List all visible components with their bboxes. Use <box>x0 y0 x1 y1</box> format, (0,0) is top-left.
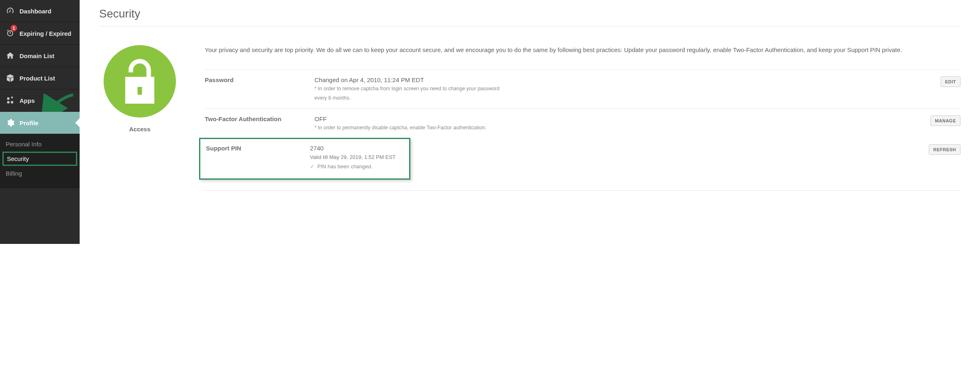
main-content: Security Access Your privacy and securit… <box>80 0 980 244</box>
unlock-icon <box>123 59 157 104</box>
expiring-badge: 1 <box>11 25 17 31</box>
support-pin-changed-text: PIN has been changed. <box>317 163 373 170</box>
access-section: Access Your privacy and security are top… <box>99 45 960 191</box>
password-note-2: every 6 months. <box>314 94 916 102</box>
row-action: REFRESH <box>916 138 960 155</box>
box-icon <box>6 74 15 83</box>
intro-text: Your privacy and security are top priori… <box>205 45 960 55</box>
row-value: 2740 Valid till May 29, 2019, 1:52 PM ES… <box>310 145 404 170</box>
divider <box>205 190 960 191</box>
apps-icon <box>6 96 15 105</box>
gear-icon <box>6 118 15 127</box>
sidebar-item-product-list[interactable]: Product List <box>0 67 80 89</box>
row-label: Password <box>205 76 314 83</box>
subnav-label: Personal Info <box>6 141 41 148</box>
sidebar: Dashboard Expiring / Expired 1 Domain Li… <box>0 0 80 244</box>
section-icon-column: Access <box>99 45 180 191</box>
support-pin-validity: Valid till May 29, 2019, 1:52 PM EST <box>310 154 404 160</box>
profile-subnav: Personal Info Security Billing <box>0 134 80 188</box>
section-body: Your privacy and security are top priori… <box>205 45 960 191</box>
subnav-personal-info[interactable]: Personal Info <box>0 137 80 152</box>
home-icon <box>6 51 15 60</box>
sidebar-item-expiring[interactable]: Expiring / Expired 1 <box>0 22 80 45</box>
subnav-label: Security <box>7 155 29 162</box>
subnav-label: Billing <box>6 170 22 177</box>
twofa-note: * In order to permanently disable captch… <box>314 124 916 132</box>
sidebar-item-label: Product List <box>20 75 55 82</box>
sidebar-item-dashboard[interactable]: Dashboard <box>0 0 80 22</box>
svg-rect-0 <box>138 87 142 95</box>
support-pin-changed: ✓PIN has been changed. <box>310 163 404 170</box>
sidebar-item-label: Apps <box>20 97 35 104</box>
subnav-security[interactable]: Security <box>2 152 77 166</box>
sidebar-item-label: Domain List <box>20 52 54 59</box>
edit-button[interactable]: EDIT <box>941 76 960 87</box>
section-label: Access <box>129 126 151 133</box>
manage-button[interactable]: MANAGE <box>930 115 960 126</box>
row-value: Changed on Apr 4, 2010, 11:24 PM EDT * I… <box>314 76 916 102</box>
row-twofa: Two-Factor Authentication OFF * In order… <box>205 109 960 138</box>
sidebar-item-label: Dashboard <box>20 8 51 15</box>
sidebar-item-label: Profile <box>20 120 39 126</box>
lock-circle <box>104 45 176 117</box>
row-support-pin: Support PIN 2740 Valid till May 29, 2019… <box>199 138 410 180</box>
row-password: Password Changed on Apr 4, 2010, 11:24 P… <box>205 70 960 109</box>
refresh-button[interactable]: REFRESH <box>929 144 960 155</box>
subnav-billing[interactable]: Billing <box>0 166 80 181</box>
row-action: MANAGE <box>916 115 960 126</box>
sidebar-item-label: Expiring / Expired <box>20 30 72 37</box>
row-value: OFF * In order to permanently disable ca… <box>314 115 916 132</box>
row-label: Two-Factor Authentication <box>205 115 314 122</box>
password-changed-on: Changed on Apr 4, 2010, 11:24 PM EDT <box>314 76 916 83</box>
row-action: EDIT <box>916 76 960 87</box>
twofa-status: OFF <box>314 115 916 122</box>
sidebar-item-profile[interactable]: Profile <box>0 112 80 134</box>
sidebar-item-apps[interactable]: Apps <box>0 89 80 112</box>
password-note-1: * In order to remove captcha from login … <box>314 85 916 93</box>
row-label: Support PIN <box>206 145 310 152</box>
check-icon: ✓ <box>310 163 316 170</box>
support-pin-value: 2740 <box>310 145 404 152</box>
sidebar-item-domain-list[interactable]: Domain List <box>0 45 80 67</box>
divider <box>99 26 960 26</box>
dashboard-icon <box>6 7 15 15</box>
page-title: Security <box>99 7 960 20</box>
